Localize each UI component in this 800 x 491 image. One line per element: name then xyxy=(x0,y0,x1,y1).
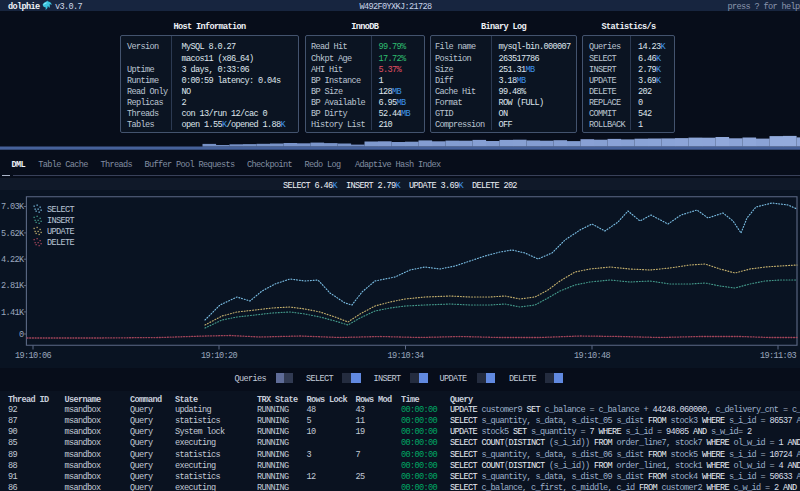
svg-text:UPDATE: UPDATE xyxy=(47,227,74,237)
svg-text:2.81K: 2.81K xyxy=(1,281,25,291)
svg-text:19:10:06: 19:10:06 xyxy=(15,351,51,361)
svg-text:19:10:34: 19:10:34 xyxy=(388,351,424,361)
svg-text:19:10:48: 19:10:48 xyxy=(574,351,610,361)
svg-text:19:10:20: 19:10:20 xyxy=(201,351,237,361)
svg-text:7.03K: 7.03K xyxy=(1,202,25,212)
svg-text:19:11:03: 19:11:03 xyxy=(760,351,796,361)
svg-text:SELECT: SELECT xyxy=(47,205,74,215)
svg-text:DELETE: DELETE xyxy=(47,238,74,248)
svg-text:5.62K: 5.62K xyxy=(1,229,25,239)
svg-text:INSERT: INSERT xyxy=(47,216,74,226)
svg-text:1.41K: 1.41K xyxy=(1,308,25,318)
svg-text:0: 0 xyxy=(19,330,24,340)
svg-text:4.22K: 4.22K xyxy=(1,255,25,265)
